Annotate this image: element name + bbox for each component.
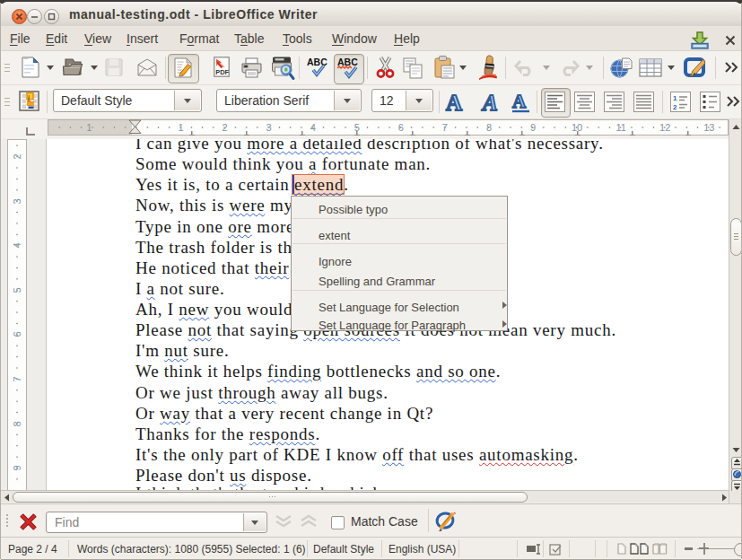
svg-text:ABC: ABC — [337, 57, 358, 67]
svg-text:A: A — [481, 91, 498, 114]
svg-text:A: A — [512, 91, 527, 112]
svg-text:1: 1 — [673, 94, 677, 102]
svg-text:PDF: PDF — [215, 68, 229, 76]
svg-text:ABC: ABC — [307, 57, 327, 67]
svg-text:2: 2 — [673, 103, 677, 111]
svg-text:A: A — [446, 91, 462, 114]
